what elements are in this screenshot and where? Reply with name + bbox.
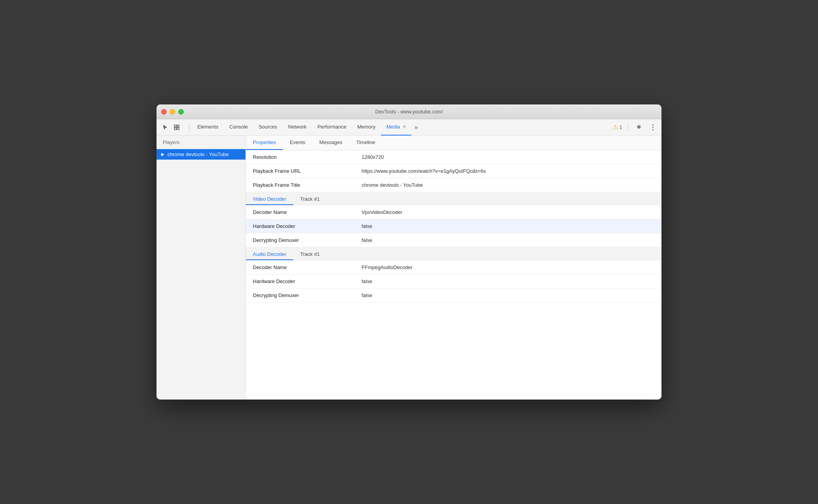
svg-point-5 <box>653 127 654 128</box>
devtools-window: DevTools - www.youtube.com/ Elements <box>157 104 661 400</box>
panel-tab-timeline[interactable]: Timeline <box>349 136 382 150</box>
prop-key-vd-hardware: Hardware Decoder <box>246 219 355 233</box>
cursor-tool-button[interactable] <box>160 122 171 133</box>
sub-tab-audio-decoder[interactable]: Audio Decoder <box>246 249 293 260</box>
kebab-icon <box>652 124 654 130</box>
sidebar: Players ▶ chrome devtools - YouTube <box>157 136 246 400</box>
toolbar-icons <box>160 122 182 133</box>
inspect-tool-button[interactable] <box>171 122 182 133</box>
table-row: Decoder Name VpxVideoDecoder <box>246 205 661 219</box>
panel-tab-events[interactable]: Events <box>283 136 312 150</box>
prop-key-vd-decoder-name: Decoder Name <box>246 205 355 219</box>
prop-val-frame-url: https://www.youtube.com/watch?v=e1gAyQuI… <box>355 164 661 178</box>
panel-tabs: Properties Events Messages Timeline <box>246 136 661 150</box>
tab-media[interactable]: Media ✕ <box>381 119 411 136</box>
tab-network[interactable]: Network <box>283 119 312 136</box>
prop-key-vd-demuxer: Decrypting Demuxer <box>246 233 355 247</box>
warning-icon: ⚠ <box>613 123 618 131</box>
svg-rect-0 <box>174 125 176 127</box>
prop-val-ad-hardware: false <box>355 275 661 288</box>
prop-val-resolution: 1280x720 <box>355 150 661 164</box>
gear-icon <box>636 124 642 130</box>
main-content: Players ▶ chrome devtools - YouTube Prop… <box>157 136 661 400</box>
video-decoder-sub-tabs: Video Decoder Track #1 <box>246 194 661 205</box>
player-item[interactable]: ▶ chrome devtools - YouTube <box>157 149 245 160</box>
more-tabs-button[interactable]: » <box>411 119 421 136</box>
sub-tab-audio-track1[interactable]: Track #1 <box>293 249 327 260</box>
toolbar-separator <box>189 123 190 131</box>
svg-rect-2 <box>174 128 176 130</box>
prop-key-frame-url: Playback Frame URL <box>246 164 355 178</box>
minimize-button[interactable] <box>170 109 175 115</box>
video-decoder-section-header: Video Decoder Track #1 <box>246 192 661 205</box>
prop-val-vd-decoder-name: VpxVideoDecoder <box>355 205 661 219</box>
sidebar-header: Players <box>157 136 245 149</box>
window-title: DevTools - www.youtube.com/ <box>375 109 443 115</box>
panel-tab-messages[interactable]: Messages <box>312 136 349 150</box>
panel: Properties Events Messages Timeline <box>246 136 661 400</box>
table-row: Hardware Decoder false <box>246 275 661 288</box>
panel-tab-properties[interactable]: Properties <box>246 136 283 150</box>
audio-decoder-sub-tabs: Audio Decoder Track #1 <box>246 249 661 260</box>
main-nav-tabs: Elements Console Sources Network Perform… <box>192 119 421 136</box>
properties-table: Resolution 1280x720 Playback Frame URL h… <box>246 150 661 302</box>
tab-console[interactable]: Console <box>224 119 253 136</box>
toolbar: Elements Console Sources Network Perform… <box>157 119 661 136</box>
table-row: Decrypting Demuxer false <box>246 233 661 247</box>
warning-badge[interactable]: ⚠ 1 <box>613 123 622 131</box>
prop-key-ad-hardware: Hardware Decoder <box>246 275 355 288</box>
audio-decoder-section-header: Audio Decoder Track #1 <box>246 247 661 261</box>
table-row: Hardware Decoder false <box>246 219 661 233</box>
tab-media-close[interactable]: ✕ <box>402 124 406 129</box>
properties-content: Resolution 1280x720 Playback Frame URL h… <box>246 150 661 302</box>
more-options-button[interactable] <box>647 122 658 133</box>
prop-key-frame-title: Playback Frame Title <box>246 178 355 192</box>
svg-point-4 <box>653 124 654 125</box>
svg-point-6 <box>653 129 654 130</box>
tab-elements[interactable]: Elements <box>192 119 224 136</box>
table-row: Resolution 1280x720 <box>246 150 661 164</box>
titlebar: DevTools - www.youtube.com/ <box>157 104 661 119</box>
close-button[interactable] <box>161 109 167 115</box>
player-name: chrome devtools - YouTube <box>167 151 229 157</box>
prop-val-vd-demuxer: false <box>355 233 661 247</box>
settings-button[interactable] <box>634 122 644 133</box>
prop-val-frame-title: chrome devtools - YouTube <box>355 178 661 192</box>
prop-val-ad-demuxer: false <box>355 288 661 302</box>
toolbar-sep-right <box>628 123 628 131</box>
tab-memory[interactable]: Memory <box>352 119 381 136</box>
table-row: Decrypting Demuxer false <box>246 288 661 302</box>
maximize-button[interactable] <box>178 109 184 115</box>
table-row: Playback Frame Title chrome devtools - Y… <box>246 178 661 192</box>
player-chevron-icon: ▶ <box>161 152 164 157</box>
cursor-icon <box>162 124 168 130</box>
svg-rect-1 <box>177 125 179 127</box>
prop-key-ad-demuxer: Decrypting Demuxer <box>246 288 355 302</box>
prop-val-ad-decoder-name: FFmpegAudioDecoder <box>355 261 661 275</box>
tab-performance[interactable]: Performance <box>312 119 352 136</box>
svg-rect-3 <box>177 128 179 130</box>
tab-sources[interactable]: Sources <box>253 119 283 136</box>
traffic-lights <box>161 109 184 115</box>
toolbar-right: ⚠ 1 <box>613 122 658 133</box>
prop-key-ad-decoder-name: Decoder Name <box>246 261 355 275</box>
sub-tab-video-decoder[interactable]: Video Decoder <box>246 194 293 205</box>
prop-key-resolution: Resolution <box>246 150 355 164</box>
table-row: Playback Frame URL https://www.youtube.c… <box>246 164 661 178</box>
sub-tab-video-track1[interactable]: Track #1 <box>293 194 327 205</box>
inspect-icon <box>174 124 180 130</box>
prop-val-vd-hardware: false <box>355 219 661 233</box>
table-row: Decoder Name FFmpegAudioDecoder <box>246 261 661 275</box>
